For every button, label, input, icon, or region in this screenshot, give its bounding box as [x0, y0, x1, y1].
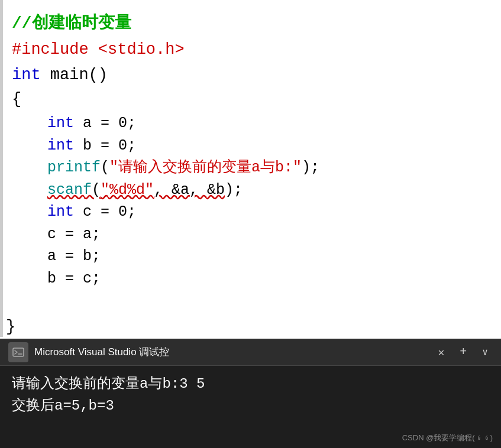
- printf-paren-close: );: [302, 159, 319, 176]
- terminal-panel: Microsoft Visual Studio 调试控 ✕ + ∨ 请输入交换前…: [0, 339, 501, 448]
- printf-string: "请输入交换前的变量a与b:": [109, 159, 302, 176]
- printf-fn: printf: [47, 159, 101, 176]
- include-line: #include <stdio.h>: [12, 38, 489, 61]
- var-c-decl: c = 0;: [74, 203, 136, 220]
- var-a-decl: a = 0;: [74, 115, 136, 132]
- kw-int-a: int: [47, 115, 74, 132]
- var-b-decl: b = 0;: [74, 137, 136, 154]
- terminal-add-button[interactable]: +: [455, 343, 471, 361]
- terminal-title: Microsoft Visual Studio 调试控: [34, 345, 428, 359]
- code-line-5: int c = 0;: [12, 201, 489, 223]
- terminal-titlebar: Microsoft Visual Studio 调试控 ✕ + ∨: [0, 339, 501, 366]
- close-brace: }: [6, 318, 15, 336]
- code-line-4: scanf("%d%d", &a, &b);: [12, 179, 489, 202]
- int-keyword: int: [12, 66, 41, 84]
- code-editor: //创建临时变量 #include <stdio.h> int main() {…: [0, 0, 501, 337]
- terminal-body: 请输入交换前的变量a与b:3 5 交换后a=5,b=3: [0, 366, 501, 424]
- main-decl-line: int main(): [12, 64, 489, 87]
- code-line-8: b = c;: [12, 268, 489, 290]
- assign-b-c: b = c;: [47, 270, 101, 287]
- printf-paren-open: (: [101, 159, 109, 176]
- kw-int-c: int: [47, 203, 74, 220]
- terminal-output-line1: 请输入交换前的变量a与b:3 5: [12, 373, 489, 395]
- code-content: //创建临时变量 #include <stdio.h> int main() {…: [0, 6, 501, 296]
- comment-line: //创建临时变量: [12, 12, 489, 36]
- code-line-7: a = b;: [12, 245, 489, 268]
- svg-rect-0: [13, 348, 24, 356]
- code-line-3: printf("请输入交换前的变量a与b:");: [12, 157, 489, 179]
- code-line-6: c = a;: [12, 223, 489, 246]
- main-fn: main(): [50, 66, 108, 84]
- assign-c-a: c = a;: [47, 226, 101, 243]
- assign-a-b: a = b;: [47, 248, 101, 265]
- scanf-string: "%d%d": [101, 181, 154, 199]
- kw-int-b: int: [47, 137, 74, 154]
- open-brace-line: {: [12, 88, 489, 111]
- scanf-fn: scanf: [47, 181, 92, 199]
- terminal-icon: [8, 342, 28, 362]
- scanf-paren-open: (: [92, 181, 101, 199]
- terminal-chevron-button[interactable]: ∨: [477, 344, 493, 361]
- watermark: CSDN @我要学编程(꧔꧔): [402, 433, 493, 443]
- code-line-1: int a = 0;: [12, 112, 489, 135]
- scanf-args: , &a, &b: [154, 181, 225, 199]
- terminal-close-button[interactable]: ✕: [434, 343, 450, 361]
- code-line-2: int b = 0;: [12, 135, 489, 157]
- terminal-output-line2: 交换后a=5,b=3: [12, 395, 489, 417]
- scanf-paren-close: );: [225, 181, 243, 199]
